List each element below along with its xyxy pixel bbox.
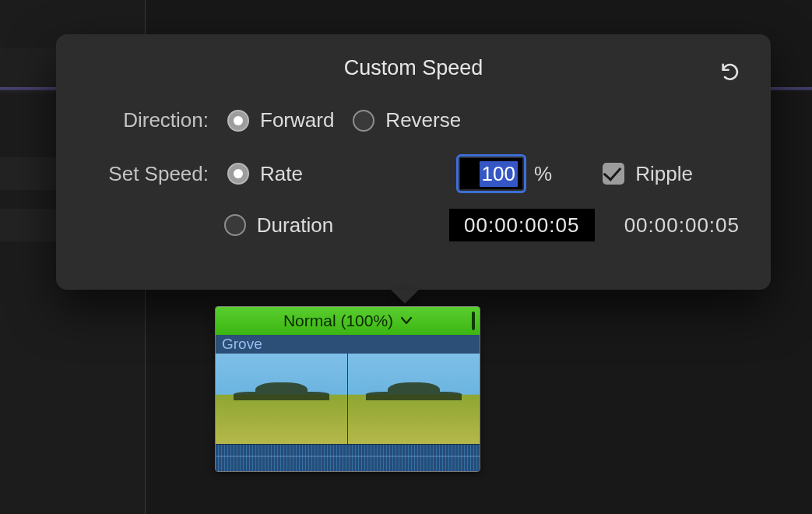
duration-input[interactable]: 00:00:00:05 xyxy=(449,209,595,241)
speed-rate-radio[interactable]: Rate xyxy=(227,162,375,186)
radio-dot-icon xyxy=(227,110,249,132)
radio-dot-icon xyxy=(224,214,246,236)
speed-duration-radio[interactable]: Duration xyxy=(224,213,368,238)
ripple-checkbox[interactable]: Ripple xyxy=(603,162,693,186)
radio-label: Reverse xyxy=(385,108,461,132)
undo-icon xyxy=(719,61,741,83)
direction-label: Direction: xyxy=(87,108,227,132)
radio-dot-icon xyxy=(353,110,374,132)
direction-reverse-radio[interactable]: Reverse xyxy=(353,108,461,132)
popover-title: Custom Speed xyxy=(87,56,740,80)
radio-label: Rate xyxy=(260,162,303,186)
rate-unit: % xyxy=(534,162,552,186)
clip-thumbnails xyxy=(216,354,480,444)
checkmark-icon xyxy=(603,163,624,185)
chevron-down-icon xyxy=(401,314,412,328)
popover-arrow-icon xyxy=(391,290,419,304)
set-speed-label: Set Speed: xyxy=(87,162,227,186)
clip-speed-bar[interactable]: Normal (100%) xyxy=(216,307,480,335)
speed-edge-handle[interactable] xyxy=(472,312,475,330)
radio-label: Duration xyxy=(257,213,333,238)
clip-name: Grove xyxy=(216,335,480,354)
reset-button[interactable] xyxy=(719,61,743,83)
timeline-clip[interactable]: Normal (100%) Grove xyxy=(215,306,480,472)
rate-value: 100 xyxy=(480,161,518,187)
clip-speed-label: Normal (100%) xyxy=(283,312,393,330)
custom-speed-popover: Custom Speed Direction: Forward Reverse … xyxy=(56,34,771,290)
radio-label: Forward xyxy=(260,108,334,132)
direction-forward-radio[interactable]: Forward xyxy=(227,108,334,132)
rate-input[interactable]: 100 xyxy=(456,154,526,193)
clip-audio-waveform xyxy=(216,444,480,472)
duration-readout: 00:00:00:05 xyxy=(624,213,740,238)
radio-dot-icon xyxy=(227,163,249,185)
checkbox-label: Ripple xyxy=(635,162,693,186)
